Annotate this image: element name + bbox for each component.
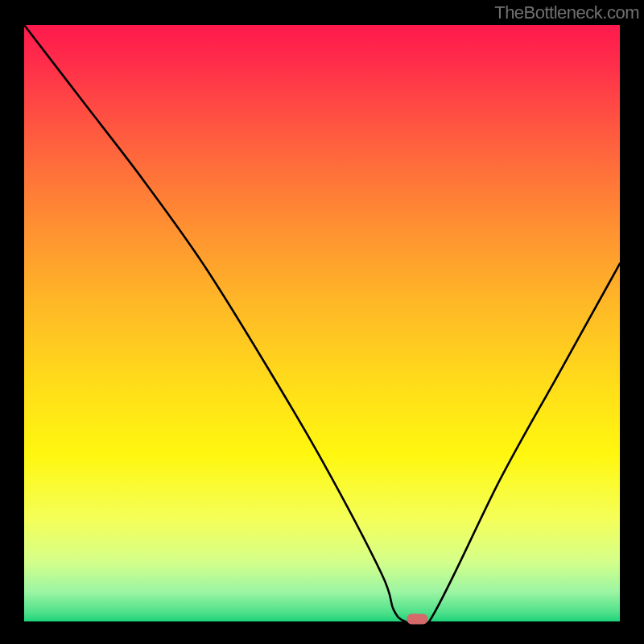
optimal-point-marker — [407, 614, 427, 625]
chart-background-gradient — [24, 25, 620, 621]
bottleneck-chart — [0, 0, 644, 644]
attribution-text: TheBottleneck.com — [494, 2, 639, 23]
